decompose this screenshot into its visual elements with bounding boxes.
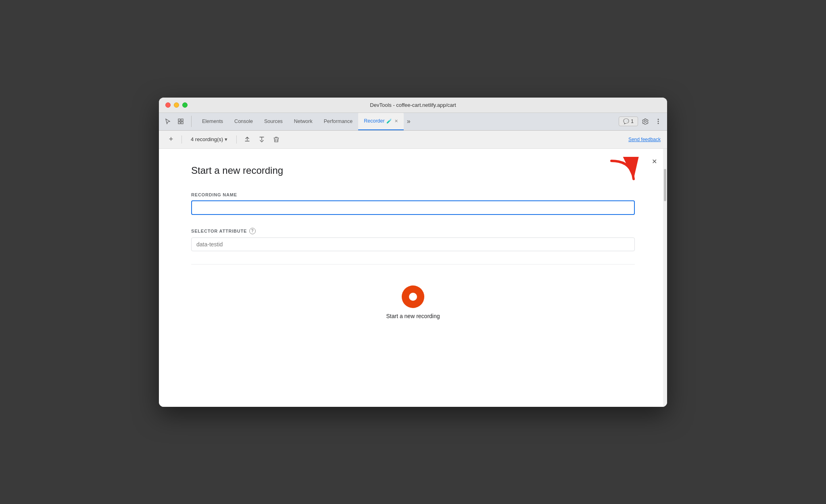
tab-bar: Elements Console Sources Network Perform… — [159, 113, 667, 131]
devtools-window: DevTools - coffee-cart.netlify.app/cart — [159, 98, 667, 407]
scrollbar[interactable] — [663, 149, 667, 407]
svg-rect-1 — [181, 119, 183, 121]
start-recording-btn[interactable] — [402, 285, 424, 308]
import-icon — [259, 136, 265, 143]
help-icon[interactable]: ? — [249, 228, 256, 234]
form-divider — [191, 264, 635, 264]
toolbar-divider-2 — [236, 135, 237, 144]
send-feedback-btn[interactable]: Send feedback — [628, 137, 661, 142]
title-bar: DevTools - coffee-cart.netlify.app/cart — [159, 98, 667, 113]
scrollbar-thumb[interactable] — [664, 169, 666, 201]
tabs-list: Elements Console Sources Network Perform… — [196, 112, 619, 130]
close-icon: ✕ — [652, 158, 657, 165]
svg-point-4 — [658, 119, 659, 120]
traffic-lights — [165, 102, 188, 108]
cursor-icon — [165, 118, 171, 125]
maximize-traffic-light[interactable] — [182, 102, 188, 108]
recording-name-input[interactable] — [191, 200, 635, 215]
close-traffic-light[interactable] — [165, 102, 171, 108]
tab-performance[interactable]: Performance — [318, 112, 359, 130]
tab-elements[interactable]: Elements — [196, 112, 229, 130]
window-title: DevTools - coffee-cart.netlify.app/cart — [370, 102, 456, 108]
svg-rect-3 — [181, 122, 183, 124]
cursor-icon-btn[interactable] — [162, 116, 173, 127]
add-icon: + — [169, 135, 173, 144]
record-dot — [409, 293, 417, 301]
svg-point-6 — [658, 123, 659, 124]
panel-title: Start a new recording — [191, 165, 635, 176]
close-panel-btn[interactable]: ✕ — [649, 157, 659, 167]
tab-sources[interactable]: Sources — [259, 112, 288, 130]
start-recording-area: Start a new recording — [191, 277, 635, 327]
toolbar-divider — [181, 135, 182, 144]
tab-console[interactable]: Console — [229, 112, 259, 130]
selector-attribute-input[interactable] — [191, 237, 635, 251]
start-recording-label: Start a new recording — [386, 313, 440, 319]
recording-name-section: RECORDING NAME — [191, 192, 635, 215]
notification-btn[interactable]: 💬 1 — [619, 117, 638, 126]
vertical-dots-icon — [657, 118, 659, 125]
notification-icon: 💬 — [623, 119, 629, 124]
gear-icon — [642, 118, 649, 125]
export-btn[interactable] — [242, 134, 253, 145]
tab-recorder-close[interactable]: ✕ — [394, 119, 398, 124]
tab-icon-group — [162, 116, 192, 127]
tab-recorder[interactable]: Recorder 🧪 ✕ — [358, 112, 403, 130]
selector-attribute-section: SELECTOR ATTRIBUTE ? — [191, 228, 635, 251]
svg-rect-2 — [178, 122, 180, 124]
recording-selector-label: 4 recording(s) — [191, 136, 223, 142]
inspect-icon-btn[interactable] — [175, 116, 186, 127]
tab-bar-right: 💬 1 — [619, 116, 664, 127]
trash-icon — [273, 136, 279, 143]
main-panel: ✕ Start a new recording RECORDING NAME S… — [159, 149, 667, 407]
delete-btn[interactable] — [271, 134, 282, 145]
recorder-toolbar: + 4 recording(s) ▾ Send feedback — [159, 131, 667, 149]
notification-count: 1 — [631, 119, 634, 124]
experiment-icon: 🧪 — [386, 119, 392, 124]
settings-btn[interactable] — [640, 116, 651, 127]
more-options-btn[interactable] — [653, 116, 664, 127]
tab-network[interactable]: Network — [288, 112, 318, 130]
recording-selector-btn[interactable]: 4 recording(s) ▾ — [187, 135, 232, 144]
dropdown-icon: ▾ — [225, 136, 227, 142]
add-recording-btn[interactable]: + — [165, 134, 177, 145]
inspect-icon — [177, 118, 184, 125]
export-icon — [244, 136, 250, 143]
svg-point-5 — [658, 121, 659, 122]
selector-attribute-label: SELECTOR ATTRIBUTE ? — [191, 228, 635, 234]
svg-rect-0 — [178, 119, 180, 121]
minimize-traffic-light[interactable] — [174, 102, 179, 108]
import-btn[interactable] — [256, 134, 267, 145]
more-tabs-btn[interactable]: » — [404, 116, 414, 127]
recording-name-label: RECORDING NAME — [191, 192, 635, 197]
